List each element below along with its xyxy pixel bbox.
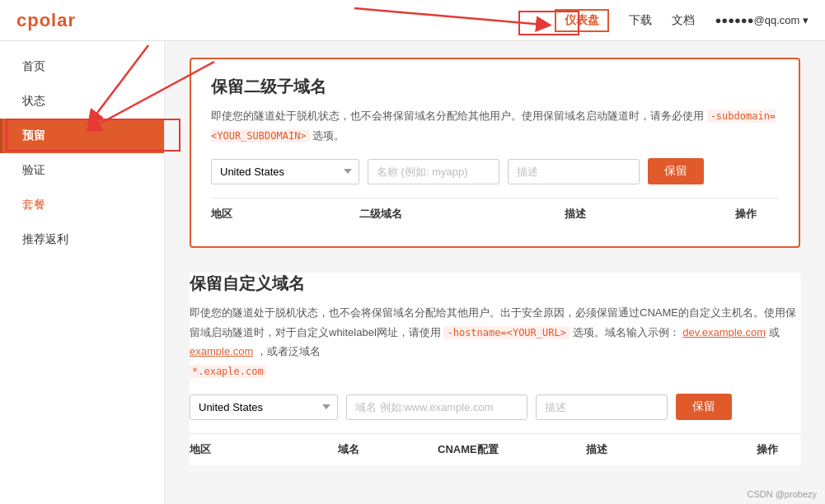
sidebar-item-home[interactable]: 首页 bbox=[0, 49, 164, 84]
header: cpolar 仪表盘 下载 文档 ●●●●●●@qq.com ▾ bbox=[0, 0, 825, 41]
subdomain-reserve-button[interactable]: 保留 bbox=[648, 158, 704, 184]
subdomain-table-header: 地区 二级域名 描述 操作 bbox=[211, 198, 779, 230]
subdomain-name-input[interactable] bbox=[368, 159, 499, 184]
sidebar-item-auth[interactable]: 验证 bbox=[0, 153, 164, 188]
subdomain-col-subdomain: 二级域名 bbox=[359, 207, 565, 222]
custom-domain-col-action: 操作 bbox=[734, 442, 800, 457]
custom-domain-table-header: 地区 域名 CNAME配置 描述 操作 bbox=[190, 433, 800, 465]
layout: 首页 状态 预留 验证 套餐 推荐返利 保留二级子域名 即使您的隧道处于脱机状态… bbox=[0, 41, 825, 504]
custom-domain-title: 保留自定义域名 bbox=[190, 273, 800, 295]
subdomain-region-select[interactable]: United States China Hong Kong bbox=[211, 159, 359, 184]
subdomain-desc-input[interactable] bbox=[508, 159, 640, 184]
nav-docs[interactable]: 文档 bbox=[672, 13, 695, 28]
sidebar-item-referral[interactable]: 推荐返利 bbox=[0, 222, 164, 257]
user-info[interactable]: ●●●●●●@qq.com ▾ bbox=[715, 14, 809, 26]
main-content: 保留二级子域名 即使您的隧道处于脱机状态，也不会将保留域名分配给其他用户。使用保… bbox=[165, 41, 825, 504]
subdomain-desc: 即使您的隧道处于脱机状态，也不会将保留域名分配给其他用户。使用保留域名启动隧道时… bbox=[211, 106, 779, 145]
custom-domain-desc-cmd1: -hostname=<YOUR_URL> bbox=[443, 326, 570, 339]
subdomain-col-desc: 描述 bbox=[565, 207, 713, 222]
subdomain-section: 保留二级子域名 即使您的隧道处于脱机状态，也不会将保留域名分配给其他用户。使用保… bbox=[190, 58, 800, 248]
custom-domain-desc-part2: 选项。域名输入示例： bbox=[573, 326, 680, 338]
custom-domain-col-desc: 描述 bbox=[586, 442, 734, 457]
sidebar-item-status[interactable]: 状态 bbox=[0, 84, 164, 119]
subdomain-col-region: 地区 bbox=[211, 207, 359, 222]
custom-domain-wildcard: *.exaple.com bbox=[190, 365, 266, 378]
custom-domain-desc: 即使您的隧道处于脱机状态，也不会将保留域名分配给其他用户。出于安全原因，必须保留… bbox=[190, 303, 800, 380]
custom-domain-desc-part3b: 或 bbox=[769, 326, 780, 338]
custom-domain-link1[interactable]: dev.example.com bbox=[682, 326, 766, 338]
custom-domain-region-select[interactable]: United States China Hong Kong bbox=[190, 394, 338, 420]
custom-domain-form-row: United States China Hong Kong 保留 bbox=[190, 394, 800, 420]
custom-domain-col-cname: CNAME配置 bbox=[438, 442, 586, 457]
sidebar: 首页 状态 预留 验证 套餐 推荐返利 bbox=[0, 41, 165, 504]
subdomain-desc-part2: 选项。 bbox=[312, 129, 345, 142]
sidebar-item-plan[interactable]: 套餐 bbox=[0, 188, 164, 222]
custom-domain-col-domain: 域名 bbox=[338, 442, 438, 457]
custom-domain-section: 保留自定义域名 即使您的隧道处于脱机状态，也不会将保留域名分配给其他用户。出于安… bbox=[190, 273, 800, 465]
custom-domain-desc-input[interactable] bbox=[536, 394, 668, 420]
subdomain-form-row: United States China Hong Kong 保留 bbox=[211, 158, 779, 184]
subdomain-col-action: 操作 bbox=[713, 207, 779, 222]
footer-brand: CSDN @probezy bbox=[747, 489, 817, 499]
custom-domain-col-region: 地区 bbox=[190, 442, 338, 457]
subdomain-title: 保留二级子域名 bbox=[211, 76, 779, 98]
header-nav: 仪表盘 下载 文档 ●●●●●●@qq.com ▾ bbox=[555, 9, 809, 32]
custom-domain-link2[interactable]: example.com bbox=[190, 345, 253, 357]
nav-dashboard[interactable]: 仪表盘 bbox=[555, 9, 609, 32]
nav-download[interactable]: 下载 bbox=[629, 13, 652, 28]
logo: cpolar bbox=[16, 10, 76, 31]
custom-domain-reserve-button[interactable]: 保留 bbox=[676, 394, 732, 420]
custom-domain-input[interactable] bbox=[346, 394, 527, 420]
subdomain-desc-part1: 即使您的隧道处于脱机状态，也不会将保留域名分配给其他用户。使用保留域名启动隧道时… bbox=[211, 110, 704, 122]
sidebar-item-reserve[interactable]: 预留 bbox=[0, 119, 164, 153]
custom-domain-desc-part4: ，或者泛域名 bbox=[256, 345, 321, 357]
